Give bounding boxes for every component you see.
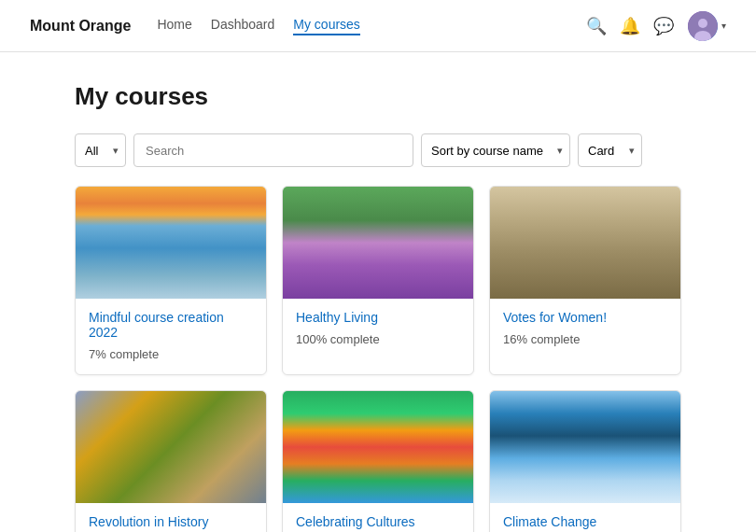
course-grid: Mindful course creation 2022 7% complete… — [75, 186, 681, 532]
course-card: Celebrating Cultures 12% complete — [282, 390, 474, 532]
nav-links: Home Dashboard My courses — [157, 17, 359, 35]
nav-dashboard[interactable]: Dashboard — [211, 17, 275, 35]
svg-point-1 — [698, 19, 707, 28]
course-title[interactable]: Climate Change — [503, 514, 667, 529]
course-title[interactable]: Healthy Living — [296, 310, 460, 325]
course-title[interactable]: Votes for Women! — [503, 310, 667, 325]
course-progress: 16% complete — [503, 332, 667, 346]
nav-home[interactable]: Home — [157, 17, 191, 35]
course-image — [283, 187, 473, 299]
course-progress: 100% complete — [296, 332, 460, 346]
course-progress: 7% complete — [89, 347, 253, 361]
course-card: Votes for Women! 16% complete — [489, 186, 681, 375]
avatar — [688, 11, 718, 41]
search-icon[interactable]: 🔍 — [587, 17, 606, 35]
nav-my-courses[interactable]: My courses — [293, 17, 360, 35]
course-image — [76, 187, 266, 299]
course-info: Mindful course creation 2022 7% complete — [76, 299, 266, 374]
course-title[interactable]: Celebrating Cultures — [296, 514, 460, 529]
main-content: My courses All Sort by course name Card … — [0, 52, 756, 532]
course-info: Healthy Living 100% complete — [283, 299, 473, 359]
avatar-chevron-icon: ▾ — [721, 21, 726, 31]
course-info: Revolution in History 0% complete — [76, 503, 266, 532]
sort-select[interactable]: Sort by course name — [421, 133, 570, 167]
course-info: Celebrating Cultures 12% complete — [283, 503, 473, 532]
course-image — [76, 391, 266, 503]
course-card: Mindful course creation 2022 7% complete — [75, 186, 267, 375]
course-title[interactable]: Revolution in History — [89, 514, 253, 529]
brand-logo: Mount Orange — [30, 18, 131, 35]
nav-right: 🔍 🔔 💬 ▾ — [587, 11, 726, 41]
filter-wrapper: All — [75, 133, 126, 167]
sort-wrapper: Sort by course name — [421, 133, 570, 167]
course-image — [490, 187, 680, 299]
navbar: Mount Orange Home Dashboard My courses 🔍… — [0, 0, 756, 52]
course-card: Climate Change 83% complete — [489, 390, 681, 532]
toolbar: All Sort by course name Card — [75, 133, 681, 167]
course-info: Votes for Women! 16% complete — [490, 299, 680, 359]
view-select[interactable]: Card — [578, 133, 642, 167]
search-input[interactable] — [133, 133, 413, 167]
course-card: Revolution in History 0% complete — [75, 390, 267, 532]
bell-icon[interactable]: 🔔 — [621, 17, 639, 35]
user-avatar-wrapper[interactable]: ▾ — [688, 11, 726, 41]
chat-icon[interactable]: 💬 — [654, 17, 673, 35]
filter-select[interactable]: All — [75, 133, 126, 167]
course-info: Climate Change 83% complete — [490, 503, 680, 532]
course-title[interactable]: Mindful course creation 2022 — [89, 310, 253, 340]
course-image — [490, 391, 680, 503]
course-image — [283, 391, 473, 503]
view-wrapper: Card — [578, 133, 642, 167]
page-title: My courses — [75, 82, 681, 111]
course-card: Healthy Living 100% complete — [282, 186, 474, 375]
